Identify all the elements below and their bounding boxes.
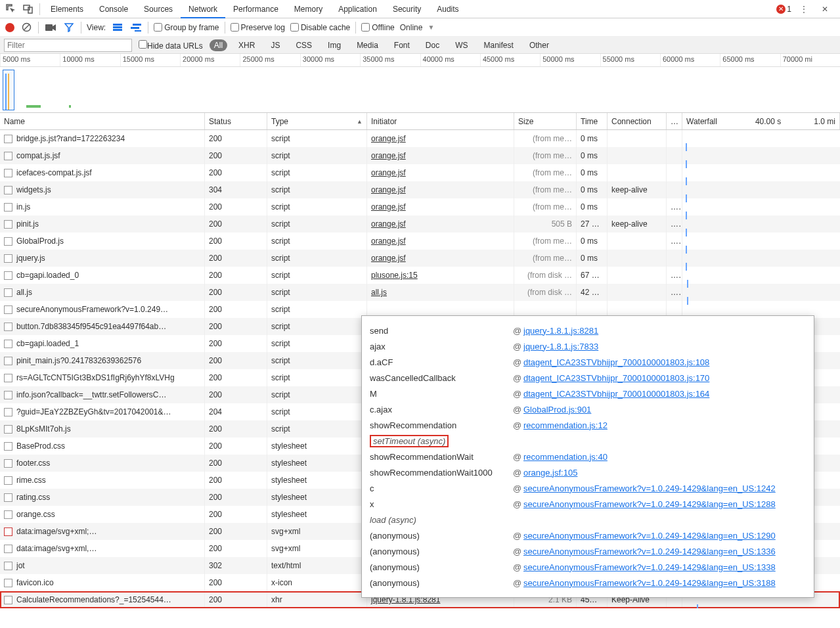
tab-sources[interactable]: Sources — [136, 0, 181, 18]
col-time[interactable]: Time — [577, 113, 608, 129]
inspect-icon[interactable] — [3, 1, 20, 18]
table-row[interactable]: compat.js.jsf200scriptorange.jsf(from me… — [0, 147, 840, 164]
table-row[interactable]: pinit.js200scriptorange.jsf505 B27 …keep… — [0, 215, 840, 233]
timeline-overview[interactable] — [0, 67, 840, 113]
tab-security[interactable]: Security — [385, 0, 429, 18]
stack-source-link[interactable]: secureAnonymousFramework?v=1.0.249-1429&… — [523, 499, 806, 509]
stack-function: (anonymous) — [370, 547, 513, 556]
file-icon — [4, 510, 12, 519]
chevron-down-icon[interactable]: ▼ — [428, 24, 434, 31]
svg-rect-7 — [113, 29, 122, 31]
table-row[interactable]: cb=gapi.loaded_0200scriptplusone.js:15(f… — [0, 267, 840, 284]
request-initiator[interactable]: orange.jsf — [367, 130, 514, 147]
filter-type-media[interactable]: Media — [352, 39, 383, 51]
tab-elements[interactable]: Elements — [43, 0, 91, 18]
tab-audits[interactable]: Audits — [429, 0, 466, 18]
col-status[interactable]: Status — [205, 113, 267, 129]
request-initiator[interactable]: orange.jsf — [367, 181, 514, 198]
request-initiator[interactable]: orange.jsf — [367, 233, 514, 250]
request-initiator[interactable]: all.js — [367, 284, 514, 301]
camera-icon[interactable] — [44, 21, 57, 34]
preserve-log-checkbox[interactable]: Preserve log — [231, 23, 285, 32]
group-by-frame-checkbox[interactable]: Group by frame — [154, 23, 219, 32]
stack-source-link[interactable]: recommendation.js:12 — [523, 420, 806, 430]
stack-source-link[interactable]: secureAnonymousFramework?v=1.0.249-1429&… — [523, 531, 806, 541]
filter-type-css[interactable]: CSS — [291, 39, 317, 51]
col-connection[interactable]: Connection — [608, 113, 667, 129]
stack-source-link[interactable]: secureAnonymousFramework?v=1.0.249-1429&… — [523, 578, 806, 588]
large-rows-icon[interactable] — [111, 21, 124, 34]
request-initiator[interactable]: orange.jsf — [367, 164, 514, 181]
request-type: script — [267, 284, 367, 301]
table-row[interactable]: GlobalProd.js200scriptorange.jsf(from me… — [0, 233, 840, 250]
close-icon[interactable]: ✕ — [816, 1, 833, 18]
filter-type-font[interactable]: Font — [389, 39, 414, 51]
filter-type-xhr[interactable]: XHR — [234, 39, 259, 51]
timeline-ruler[interactable]: 5000 ms10000 ms15000 ms20000 ms25000 ms3… — [0, 54, 840, 67]
tab-console[interactable]: Console — [91, 0, 136, 18]
filter-icon[interactable] — [62, 21, 76, 34]
stack-source-link[interactable]: secureAnonymousFramework?v=1.0.249-1429&… — [523, 483, 806, 493]
stack-source-link[interactable]: dtagent_ICA23STVbhijpr_7000100001803.js:… — [523, 373, 806, 383]
table-row[interactable]: icefaces-compat.js.jsf200scriptorange.js… — [0, 164, 840, 181]
request-status: 200 — [205, 540, 267, 557]
filter-type-all[interactable]: All — [210, 39, 227, 51]
request-initiator[interactable]: orange.jsf — [367, 250, 514, 267]
filter-type-img[interactable]: Img — [323, 39, 345, 51]
request-status: 200 — [205, 386, 267, 403]
request-name: jot — [16, 561, 25, 570]
request-name: secureAnonymousFramework?v=1.0.249… — [16, 305, 168, 314]
filter-input[interactable] — [4, 39, 132, 52]
overview-icon[interactable] — [129, 21, 143, 34]
table-row[interactable]: widgets.js304scriptorange.jsf(from me…0 … — [0, 181, 840, 198]
stack-function: showRecommendation — [370, 420, 513, 430]
request-initiator[interactable]: orange.jsf — [367, 215, 514, 233]
filter-type-manifest[interactable]: Manifest — [479, 39, 518, 51]
request-initiator[interactable]: orange.jsf — [367, 147, 514, 164]
request-name: info.json?callback=__twttr.setFollowersC… — [16, 390, 166, 399]
tab-application[interactable]: Application — [330, 0, 385, 18]
col-name[interactable]: Name — [0, 113, 205, 129]
col-type[interactable]: Type — [267, 113, 367, 129]
stack-source-link[interactable]: dtagent_ICA23STVbhijpr_7000100001803.js:… — [523, 389, 806, 399]
hide-data-urls-checkbox[interactable]: Hide data URLs — [139, 40, 203, 51]
table-row[interactable]: jquery.js200scriptorange.jsf(from me…0 m… — [0, 250, 840, 267]
filter-type-other[interactable]: Other — [525, 39, 554, 51]
col-overflow[interactable]: … — [667, 113, 682, 129]
tab-network[interactable]: Network — [181, 0, 225, 18]
col-size[interactable]: Size — [514, 113, 577, 129]
filter-type-js[interactable]: JS — [266, 39, 284, 51]
stack-frame: send@jquery-1.8.1.js:8281 — [370, 323, 806, 338]
stack-source-link[interactable]: secureAnonymousFramework?v=1.0.249-1429&… — [523, 547, 806, 556]
stack-source-link[interactable]: GlobalProd.js:901 — [523, 405, 806, 415]
device-toggle-icon[interactable] — [20, 1, 37, 18]
col-waterfall[interactable]: Waterfall 40.00 s 1.0 mi — [682, 113, 840, 129]
stack-function: send — [370, 326, 513, 336]
request-initiator[interactable]: orange.jsf — [367, 198, 514, 215]
table-row[interactable]: all.js200scriptall.js(from disk …42 …… — [0, 284, 840, 301]
error-count[interactable]: ✕1 — [776, 5, 791, 14]
stack-source-link[interactable]: recommendation.js:40 — [523, 452, 806, 462]
filter-type-doc[interactable]: Doc — [421, 39, 444, 51]
clear-icon[interactable] — [20, 21, 33, 34]
stack-source-link[interactable]: orange.jsf:105 — [523, 468, 806, 478]
table-row[interactable]: bridge.js.jst?rand=1722263234200scriptor… — [0, 130, 840, 147]
view-label: View: — [87, 23, 106, 32]
stack-source-link[interactable]: secureAnonymousFramework?v=1.0.249-1429&… — [523, 562, 806, 572]
tab-performance[interactable]: Performance — [225, 0, 286, 18]
col-initiator[interactable]: Initiator — [367, 113, 514, 129]
request-type: xhr — [267, 591, 367, 608]
request-type: script — [267, 386, 367, 403]
throttle-select[interactable]: Online — [400, 23, 423, 32]
record-button[interactable] — [5, 23, 14, 32]
kebab-menu-icon[interactable]: ⋮ — [795, 1, 812, 18]
stack-source-link[interactable]: jquery-1.8.1.js:7833 — [523, 342, 806, 351]
table-row[interactable]: in.js200scriptorange.jsf(from me…0 ms… — [0, 198, 840, 215]
stack-source-link[interactable]: dtagent_ICA23STVbhijpr_7000100001803.js:… — [523, 357, 806, 367]
filter-type-ws[interactable]: WS — [451, 39, 472, 51]
request-initiator[interactable]: plusone.js:15 — [367, 267, 514, 284]
stack-source-link[interactable]: jquery-1.8.1.js:8281 — [523, 326, 806, 336]
offline-checkbox[interactable]: Offline — [361, 23, 394, 32]
disable-cache-checkbox[interactable]: Disable cache — [290, 23, 350, 32]
tab-memory[interactable]: Memory — [286, 0, 330, 18]
